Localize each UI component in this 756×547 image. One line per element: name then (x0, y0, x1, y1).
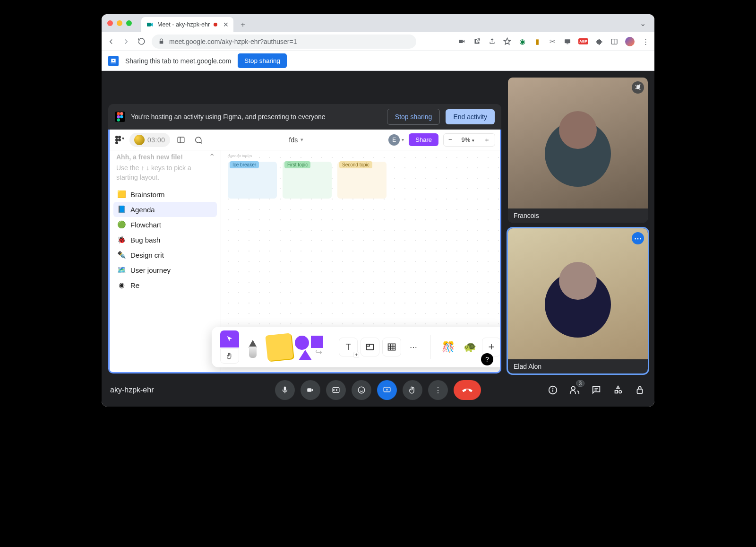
extensions-menu-icon[interactable] (595, 37, 603, 46)
open-external-icon[interactable] (472, 37, 481, 46)
call-controls: ⋮ (275, 380, 481, 400)
stamp-tool[interactable]: 🎊 (438, 338, 457, 356)
table-tool[interactable] (382, 338, 401, 356)
agenda-card[interactable]: Ice breaker (228, 162, 277, 199)
template-item-designcrit[interactable]: ✒️Design crit (113, 247, 217, 262)
comments-icon[interactable] (192, 134, 204, 146)
collaborator-avatar[interactable]: E▾ (388, 134, 404, 146)
camera-toggle-button[interactable] (301, 380, 320, 400)
template-item-flowchart[interactable]: 🟢Flowchart (113, 217, 217, 232)
more-options-button[interactable]: ⋮ (428, 380, 448, 400)
timer-icon (134, 135, 145, 145)
section-tool[interactable] (361, 338, 379, 356)
activities-panel-button[interactable] (612, 384, 624, 396)
adblock-extension-icon[interactable]: ABP (578, 38, 588, 44)
leave-call-button[interactable] (454, 380, 481, 400)
svg-rect-0 (147, 23, 151, 26)
svg-point-13 (115, 139, 118, 141)
extension-icon[interactable]: ✂︎ (548, 37, 557, 46)
tab-overflow-button[interactable]: ⌄ (640, 19, 649, 28)
svg-point-15 (115, 141, 118, 144)
participant-tile[interactable]: Francois (508, 78, 648, 223)
svg-point-10 (117, 118, 120, 122)
end-activity-button[interactable]: End activity (446, 109, 495, 124)
camera-indicator-icon[interactable] (457, 37, 466, 46)
close-window-button[interactable] (107, 20, 113, 26)
svg-rect-3 (567, 43, 568, 44)
extension-icon[interactable] (563, 37, 572, 46)
template-item-userjourney[interactable]: 🗺️User journey (113, 262, 217, 278)
bookmark-star-icon[interactable] (503, 37, 511, 46)
new-tab-button[interactable]: ＋ (236, 18, 249, 31)
sticky-note-tool[interactable] (265, 333, 293, 361)
figma-doc-title[interactable]: fds ▾ (209, 136, 384, 144)
participant-tile[interactable]: ⋯ Elad Alon (508, 228, 648, 373)
svg-rect-16 (178, 137, 184, 143)
present-screen-button[interactable] (377, 380, 397, 400)
reload-button[interactable] (137, 37, 146, 46)
participant-video (508, 78, 648, 208)
extension-icon[interactable]: ◉ (518, 37, 526, 46)
extension-icon[interactable]: ▮ (533, 37, 541, 46)
svg-rect-1 (459, 40, 463, 43)
flowchart-icon: 🟢 (117, 220, 126, 229)
hand-tool-icon[interactable] (220, 348, 239, 364)
figma-main-menu[interactable]: ▾ (114, 136, 125, 144)
mic-toggle-button[interactable] (275, 380, 295, 400)
close-tab-button[interactable]: ✕ (223, 21, 229, 28)
svg-point-7 (120, 112, 123, 115)
select-tool-icon (220, 330, 239, 347)
agenda-icon: 📘 (117, 205, 126, 214)
chrome-menu-icon[interactable]: ⋮ (641, 37, 650, 46)
raise-hand-button[interactable] (403, 380, 422, 400)
reactions-button[interactable] (352, 380, 371, 400)
address-bar[interactable]: meet.google.com/aky-hzpk-ehr?authuser=1 (152, 35, 416, 49)
agenda-card[interactable]: Second topic (337, 162, 387, 199)
share-icon[interactable] (488, 37, 496, 46)
host-controls-button[interactable] (634, 384, 646, 396)
figma-share-button[interactable]: Share (409, 133, 438, 146)
back-button[interactable] (106, 37, 116, 46)
browser-tab[interactable]: Meet - aky-hzpk-ehr ✕ (141, 17, 233, 32)
people-panel-button[interactable]: 3 (568, 384, 581, 396)
side-panel-icon[interactable] (610, 37, 619, 46)
timer-widget[interactable]: 03:00 (129, 133, 170, 147)
template-label: User journey (130, 266, 171, 274)
zoom-window-button[interactable] (126, 20, 132, 26)
profile-avatar[interactable] (625, 37, 635, 46)
panel-heading: Ahh, a fresh new file! (113, 153, 217, 161)
agenda-card[interactable]: First topic (283, 162, 332, 199)
help-button[interactable]: ? (481, 353, 493, 365)
template-label: Brainstorm (130, 191, 165, 199)
meeting-info-button[interactable] (547, 384, 559, 396)
zoom-level[interactable]: 9% ▾ (457, 134, 479, 145)
tile-more-button[interactable]: ⋯ (632, 232, 644, 244)
figma-toolbar-top: ▾ 03:00 fds ▾ E▾ Share (110, 130, 500, 150)
activity-stop-sharing-button[interactable]: Stop sharing (387, 109, 440, 125)
more-tools-button[interactable]: ⋯ (404, 338, 423, 356)
retro-icon: ◉ (117, 281, 126, 289)
pointer-tool[interactable] (220, 330, 239, 364)
panel-toggle-icon[interactable] (175, 134, 187, 146)
text-tool[interactable]: T+ (339, 338, 358, 356)
chat-panel-button[interactable] (590, 384, 602, 396)
template-item-retro[interactable]: ◉Re (113, 278, 217, 293)
minimize-window-button[interactable] (117, 20, 122, 26)
template-label: Agenda (130, 206, 155, 214)
figma-embed: ▾ 03:00 fds ▾ E▾ Share (108, 130, 501, 373)
template-item-agenda[interactable]: 📘Agenda (113, 202, 217, 217)
stop-sharing-button[interactable]: Stop sharing (238, 53, 287, 68)
forward-button[interactable] (121, 37, 131, 46)
zoom-out-button[interactable]: − (444, 134, 457, 145)
template-item-brainstorm[interactable]: 🟨Brainstorm (113, 187, 217, 202)
pencil-tool[interactable] (242, 336, 264, 358)
shapes-tool[interactable]: ↪ (295, 334, 323, 360)
captions-button[interactable] (326, 380, 346, 400)
close-panel-button[interactable]: ⌃ (209, 152, 215, 161)
figma-logo-icon (115, 112, 125, 122)
template-item-bugbash[interactable]: 🐞Bug bash (113, 232, 217, 247)
zoom-in-button[interactable]: ＋ (479, 134, 495, 146)
figma-canvas[interactable]: Agenda topics Ice breaker First topic Se… (221, 150, 500, 372)
template-label: Design crit (130, 251, 164, 259)
sticker-tool[interactable]: 🐢 (460, 338, 479, 356)
